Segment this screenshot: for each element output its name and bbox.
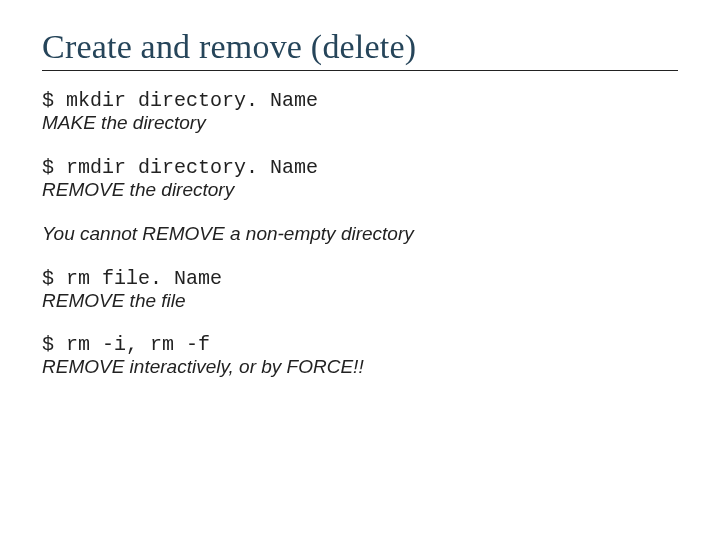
cmd-rm: $ rm file. Name (42, 267, 678, 290)
cmd-mkdir: $ mkdir directory. Name (42, 89, 678, 112)
block-rm: $ rm file. Name REMOVE the file (42, 267, 678, 312)
slide-title: Create and remove (delete) (42, 28, 678, 66)
desc-rm: REMOVE the file (42, 290, 678, 312)
block-rmdir: $ rmdir directory. Name REMOVE the direc… (42, 156, 678, 201)
cmd-rmdir: $ rmdir directory. Name (42, 156, 678, 179)
note-nonempty: You cannot REMOVE a non-empty directory (42, 223, 678, 245)
cmd-rm-flags: $ rm -i, rm -f (42, 333, 678, 356)
desc-rmdir: REMOVE the directory (42, 179, 678, 201)
desc-mkdir: MAKE the directory (42, 112, 678, 134)
desc-rm-flags: REMOVE interactively, or by FORCE!! (42, 356, 678, 378)
slide: Create and remove (delete) $ mkdir direc… (0, 0, 720, 540)
title-underline (42, 70, 678, 71)
block-mkdir: $ mkdir directory. Name MAKE the directo… (42, 89, 678, 134)
block-rm-flags: $ rm -i, rm -f REMOVE interactively, or … (42, 333, 678, 378)
